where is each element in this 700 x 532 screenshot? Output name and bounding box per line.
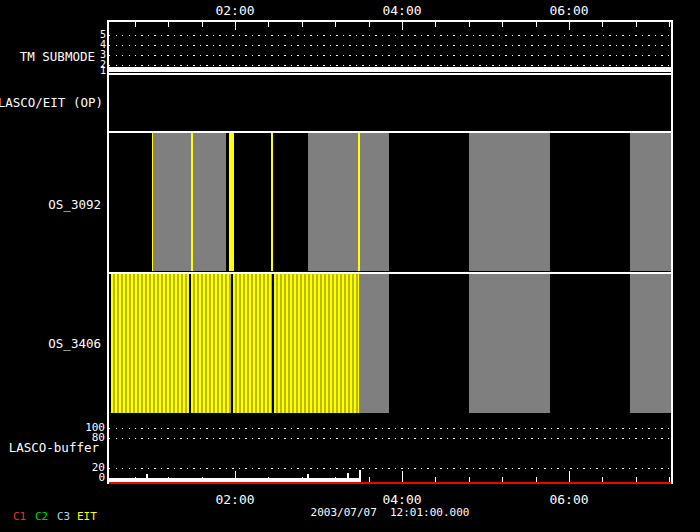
os-3406-segment (359, 274, 389, 413)
bottom-minor-tick (302, 477, 303, 482)
top-minor-tick (636, 22, 637, 28)
bottom-minor-tick (135, 477, 136, 482)
bottom-minor-tick (168, 477, 169, 482)
right-frame-line (671, 20, 673, 485)
top-minor-tick (135, 22, 136, 28)
buffer-gridline (109, 428, 670, 429)
top-minor-tick (669, 22, 670, 28)
buffer-noise-spike (307, 474, 309, 478)
plot-screen: TM SUBMODE LASCO/EIT (OP) OS_3092 OS_340… (0, 0, 700, 532)
buffer-ytick-label: 80 (81, 432, 105, 444)
bottom-minor-tick (502, 477, 503, 482)
plot-area: 543211008020002:0004:0006:0002:0004:0006… (0, 0, 700, 532)
os-3092-segment (630, 133, 671, 271)
os-3406-segment (233, 274, 273, 413)
top-axis-tick-label: 04:00 (382, 3, 421, 18)
bottom-major-tick (569, 471, 570, 482)
os-3092-segment (308, 133, 358, 271)
tm-gridline (109, 45, 670, 46)
os-3092-segment (360, 133, 389, 271)
top-major-tick (235, 22, 236, 31)
os-3092-segment (469, 133, 550, 271)
tm-gridline (109, 35, 670, 36)
os-3092-segment (389, 133, 469, 271)
top-minor-tick (268, 22, 269, 28)
bottom-major-tick (235, 471, 236, 482)
buffer-noise-spike (146, 474, 148, 478)
os-3406-segment (389, 274, 469, 413)
top-minor-tick (369, 22, 370, 28)
os-3092-segment (193, 133, 227, 271)
bottom-minor-tick (602, 477, 603, 482)
os-3092-segment (234, 133, 272, 271)
top-minor-tick (602, 22, 603, 28)
os-3092-segment (273, 133, 309, 271)
top-minor-tick (435, 22, 436, 28)
os-3406-segment (550, 274, 630, 413)
top-minor-tick (202, 22, 203, 28)
os-3092-segment (153, 133, 191, 271)
bottom-minor-tick (369, 477, 370, 482)
bottom-axis-tick-label: 06:00 (549, 492, 588, 507)
os-3406-segment (274, 274, 360, 413)
separator-tm-eit (107, 73, 673, 75)
separator-3092-3406 (107, 272, 673, 274)
bottom-major-tick (402, 471, 403, 482)
buffer-ytick-label: 0 (81, 472, 105, 484)
os-3406-segment (469, 274, 550, 413)
bottom-minor-tick (435, 477, 436, 482)
top-minor-tick (168, 22, 169, 28)
top-minor-tick (469, 22, 470, 28)
bottom-minor-tick (469, 477, 470, 482)
legend-item-eit: EIT (77, 511, 97, 523)
bottom-minor-tick (268, 477, 269, 482)
tm-gridline (109, 55, 670, 56)
top-axis-tick-label: 06:00 (549, 3, 588, 18)
buffer-gridline (109, 438, 670, 439)
top-axis-tick-label: 02:00 (215, 3, 254, 18)
top-minor-tick (335, 22, 336, 28)
bottom-axis-tick-label: 02:00 (215, 492, 254, 507)
top-major-tick (569, 22, 570, 31)
tm-submode-bar (108, 67, 671, 72)
os-3406-segment (630, 274, 671, 413)
os-3092-segment (550, 133, 630, 271)
left-frame-line (107, 20, 109, 485)
bottom-minor-tick (536, 477, 537, 482)
tm-ytick-label: 1 (100, 66, 106, 76)
legend-item-c1: C1 (13, 511, 26, 523)
os-3406-segment (191, 274, 232, 413)
bottom-minor-tick (335, 477, 336, 482)
os-3092-segment (109, 133, 152, 271)
legend-item-c2: C2 (35, 511, 48, 523)
bottom-axis-tick-label: 04:00 (382, 492, 421, 507)
separator-eit-3092 (107, 131, 673, 133)
top-minor-tick (536, 22, 537, 28)
buffer-zero-red-line (108, 482, 671, 484)
buffer-end-spike (359, 470, 361, 482)
top-major-tick (402, 22, 403, 31)
bottom-minor-tick (202, 477, 203, 482)
top-minor-tick (502, 22, 503, 28)
legend-item-c3: C3 (57, 511, 70, 523)
buffer-noise-spike (347, 473, 349, 478)
bottom-minor-tick (669, 477, 670, 482)
top-axis-line (107, 20, 673, 22)
bottom-minor-tick (636, 477, 637, 482)
os-3406-segment (111, 274, 189, 413)
top-minor-tick (302, 22, 303, 28)
buffer-gridline (109, 468, 670, 469)
